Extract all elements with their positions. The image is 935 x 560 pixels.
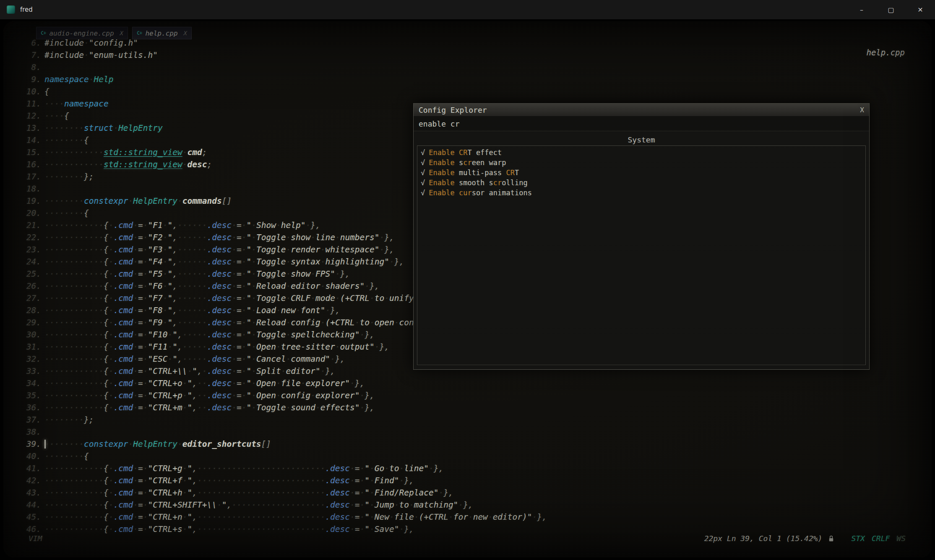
line-number: 8.: [23, 61, 41, 73]
window-controls: – ▢ ✕: [847, 0, 935, 19]
tab-bar: C+ audio-engine.cpp X C+ help.cpp X: [36, 27, 192, 39]
line-number: 29.: [23, 316, 41, 329]
section-header: System: [414, 135, 869, 145]
tab-audio-engine[interactable]: C+ audio-engine.cpp X: [36, 27, 128, 39]
line-number: 32.: [23, 353, 41, 365]
tab-close-icon[interactable]: X: [120, 30, 123, 36]
line-number: 21.: [23, 219, 41, 231]
close-button[interactable]: ✕: [906, 0, 935, 19]
tab-label: audio-engine.cpp: [49, 29, 114, 37]
checkbox-checked-icon: √: [421, 189, 425, 197]
status-bar: VIM 22px Ln 39, Col 1 (15.42%) STXCRLFWS: [3, 534, 932, 545]
status-flag-ws: WS: [896, 534, 906, 543]
app-icon: [7, 5, 15, 14]
line-number: 46.: [23, 523, 41, 535]
line-number: 40.: [23, 450, 41, 462]
line-number: 17.: [23, 171, 41, 183]
line-number: 12.: [23, 110, 41, 122]
status-mode: VIM: [29, 534, 42, 543]
line-number: 22.: [23, 231, 41, 244]
line-number: 31.: [23, 341, 41, 353]
line-number: 19.: [23, 195, 41, 207]
config-option[interactable]: √Enable CRT effect: [421, 148, 862, 158]
match-highlight: Enable: [429, 158, 454, 167]
config-option[interactable]: √Enable multi-pass CRT: [421, 168, 862, 178]
line-number: 41.: [23, 462, 41, 474]
status-position: 22px Ln 39, Col 1 (15.42%): [704, 534, 823, 543]
code-line: 44.············{·.cmd·=·"CTRL+SHIFT+\\·"…: [3, 499, 932, 511]
code-line: 46.············{·.cmd·=·"CTRL+s·",······…: [3, 523, 932, 535]
code-line: 39.········constexpr·HelpEntry·editor_sh…: [3, 438, 932, 450]
status-right-group: 22px Ln 39, Col 1 (15.42%) STXCRLFWS: [704, 534, 906, 543]
code-line: 41.············{·.cmd·=·"CTRL+g·",······…: [3, 462, 932, 474]
option-text: s: [455, 158, 463, 167]
config-search-input[interactable]: enable cr: [414, 117, 869, 131]
line-number: 23.: [23, 244, 41, 256]
tab-close-icon[interactable]: X: [184, 30, 187, 36]
code-line: 7.#include·"enum-utils.h": [3, 49, 932, 61]
match-highlight: cur: [459, 189, 472, 197]
match-highlight: Enable: [429, 169, 454, 177]
match-highlight: cr: [493, 179, 502, 187]
dialog-title: Config Explorer: [419, 106, 487, 114]
option-text: een warp: [472, 158, 506, 167]
line-number: 18.: [23, 183, 41, 195]
match-highlight: CR: [459, 148, 467, 157]
tab-label: help.cpp: [145, 29, 177, 37]
code-line: 37.········};: [3, 414, 932, 426]
line-number: 25.: [23, 268, 41, 280]
dialog-titlebar: Config Explorer X: [414, 104, 869, 117]
line-number: 39.: [23, 438, 41, 450]
line-number: 28.: [23, 304, 41, 316]
checkbox-checked-icon: √: [421, 169, 425, 177]
lock-icon: [828, 535, 834, 542]
dialog-close-icon[interactable]: X: [860, 106, 864, 114]
code-line: 8.: [3, 61, 932, 73]
line-number: 37.: [23, 414, 41, 426]
code-line: 36.············{·.cmd·=·"CTRL+m·",··.des…: [3, 402, 932, 414]
line-number: 15.: [23, 146, 41, 158]
code-line: 35.············{·.cmd·=·"CTRL+p·",··.des…: [3, 389, 932, 402]
option-text: sor animations: [472, 189, 532, 197]
line-number: 24.: [23, 256, 41, 268]
line-number: 38.: [23, 426, 41, 438]
maximize-button[interactable]: ▢: [876, 0, 906, 19]
option-text: T effect: [467, 148, 502, 157]
config-option[interactable]: √Enable smooth scrolling: [421, 178, 862, 188]
line-number: 30.: [23, 329, 41, 341]
line-number: 13.: [23, 122, 41, 134]
status-flag-crlf: CRLF: [872, 534, 890, 543]
code-line: 43.············{·.cmd·=·"CTRL+h·",······…: [3, 487, 932, 499]
crt-bezel: C+ audio-engine.cpp X C+ help.cpp X help…: [0, 19, 935, 560]
option-text: olling: [502, 179, 527, 187]
code-line: 9.namespace·Help: [3, 73, 932, 86]
option-text: [455, 148, 459, 157]
checkbox-checked-icon: √: [421, 179, 425, 187]
line-number: 20.: [23, 207, 41, 219]
minimize-button[interactable]: –: [847, 0, 876, 19]
line-number: 14.: [23, 134, 41, 146]
line-number: 11.: [23, 98, 41, 110]
line-number: 44.: [23, 499, 41, 511]
option-text: [455, 189, 459, 197]
match-highlight: cr: [463, 158, 471, 167]
match-highlight: Enable: [429, 148, 454, 157]
option-text: multi-pass: [455, 169, 506, 177]
match-highlight: Enable: [429, 189, 454, 197]
match-highlight: Enable: [429, 179, 454, 187]
line-number: 27.: [23, 292, 41, 304]
status-flag-stx: STX: [851, 534, 865, 543]
line-number: 35.: [23, 389, 41, 402]
config-option[interactable]: √Enable cursor animations: [421, 188, 862, 198]
code-line: 42.············{·.cmd·=·"CTRL+f·",······…: [3, 474, 932, 487]
line-number: 45.: [23, 511, 41, 523]
line-number: 26.: [23, 280, 41, 292]
window-titlebar: fred – ▢ ✕: [0, 0, 935, 19]
checkbox-checked-icon: √: [421, 148, 425, 157]
line-number: 9.: [23, 73, 41, 86]
line-number: 16.: [23, 158, 41, 171]
search-query-text: enable cr: [419, 119, 460, 128]
option-text: smooth s: [455, 179, 493, 187]
config-option[interactable]: √Enable screen warp: [421, 158, 862, 168]
tab-help[interactable]: C+ help.cpp X: [132, 27, 192, 39]
